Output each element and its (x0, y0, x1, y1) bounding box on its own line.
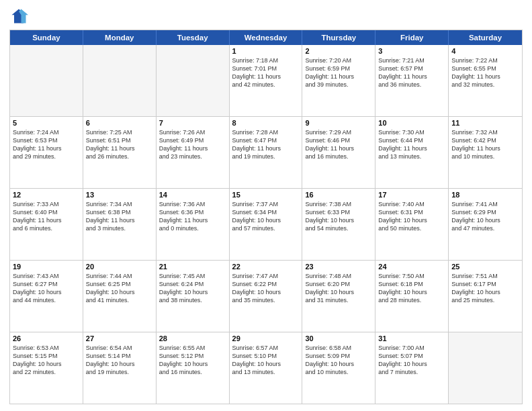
calendar-cell: 25Sunrise: 7:51 AM Sunset: 6:17 PM Dayli… (449, 261, 522, 332)
calendar-cell: 31Sunrise: 7:00 AM Sunset: 5:07 PM Dayli… (375, 332, 449, 404)
cell-info: Sunrise: 7:26 AM Sunset: 6:49 PM Dayligh… (159, 128, 226, 161)
cell-info: Sunrise: 7:28 AM Sunset: 6:47 PM Dayligh… (232, 128, 300, 161)
calendar-cell: 20Sunrise: 7:44 AM Sunset: 6:25 PM Dayli… (83, 261, 157, 332)
calendar-cell: 12Sunrise: 7:33 AM Sunset: 6:40 PM Dayli… (10, 189, 83, 260)
calendar-cell: 6Sunrise: 7:25 AM Sunset: 6:51 PM Daylig… (83, 117, 157, 188)
day-number: 9 (305, 119, 372, 127)
day-number: 14 (159, 191, 226, 199)
calendar-week-row: 26Sunrise: 6:53 AM Sunset: 5:15 PM Dayli… (10, 332, 522, 404)
day-number: 25 (451, 263, 519, 271)
calendar-cell: 17Sunrise: 7:40 AM Sunset: 6:31 PM Dayli… (375, 189, 449, 260)
cell-info: Sunrise: 7:40 AM Sunset: 6:31 PM Dayligh… (378, 200, 445, 233)
day-number: 10 (378, 119, 445, 127)
cell-info: Sunrise: 7:33 AM Sunset: 6:40 PM Dayligh… (13, 200, 80, 233)
calendar-cell: 1Sunrise: 7:18 AM Sunset: 7:01 PM Daylig… (230, 45, 303, 116)
calendar-cell: 29Sunrise: 6:57 AM Sunset: 5:10 PM Dayli… (230, 332, 303, 404)
day-number: 7 (159, 119, 226, 127)
day-number: 16 (305, 191, 372, 199)
calendar-body: 1Sunrise: 7:18 AM Sunset: 7:01 PM Daylig… (10, 45, 522, 404)
calendar-cell: 26Sunrise: 6:53 AM Sunset: 5:15 PM Dayli… (10, 332, 83, 404)
calendar-header-row: SundayMondayTuesdayWednesdayThursdayFrid… (10, 30, 522, 45)
day-number: 17 (378, 191, 445, 199)
day-number: 2 (305, 47, 372, 55)
day-number: 28 (159, 334, 226, 342)
calendar-cell: 21Sunrise: 7:45 AM Sunset: 6:24 PM Dayli… (157, 261, 230, 332)
cell-info: Sunrise: 7:34 AM Sunset: 6:38 PM Dayligh… (86, 200, 153, 233)
cell-info: Sunrise: 7:20 AM Sunset: 6:59 PM Dayligh… (305, 56, 372, 89)
cell-info: Sunrise: 7:32 AM Sunset: 6:42 PM Dayligh… (451, 128, 519, 161)
day-number: 11 (451, 119, 519, 127)
cell-info: Sunrise: 7:30 AM Sunset: 6:44 PM Dayligh… (378, 128, 445, 161)
cell-info: Sunrise: 7:36 AM Sunset: 6:36 PM Dayligh… (159, 200, 226, 233)
cell-info: Sunrise: 7:21 AM Sunset: 6:57 PM Dayligh… (378, 56, 445, 89)
cell-info: Sunrise: 7:29 AM Sunset: 6:46 PM Dayligh… (305, 128, 372, 161)
day-number: 12 (13, 191, 80, 199)
day-number: 26 (13, 334, 80, 342)
cell-info: Sunrise: 7:50 AM Sunset: 6:18 PM Dayligh… (378, 272, 445, 305)
day-number: 13 (86, 191, 153, 199)
cell-info: Sunrise: 7:37 AM Sunset: 6:34 PM Dayligh… (232, 200, 300, 233)
day-number: 20 (86, 263, 153, 271)
cell-info: Sunrise: 7:48 AM Sunset: 6:20 PM Dayligh… (305, 272, 372, 305)
calendar-cell: 18Sunrise: 7:41 AM Sunset: 6:29 PM Dayli… (449, 189, 522, 260)
calendar-week-row: 5Sunrise: 7:24 AM Sunset: 6:53 PM Daylig… (10, 116, 522, 188)
calendar-cell: 3Sunrise: 7:21 AM Sunset: 6:57 PM Daylig… (375, 45, 449, 116)
cell-info: Sunrise: 6:55 AM Sunset: 5:12 PM Dayligh… (159, 344, 226, 377)
day-number: 6 (86, 119, 153, 127)
day-number: 27 (86, 334, 153, 342)
calendar-cell: 22Sunrise: 7:47 AM Sunset: 6:22 PM Dayli… (230, 261, 303, 332)
calendar-cell: 27Sunrise: 6:54 AM Sunset: 5:14 PM Dayli… (83, 332, 157, 404)
cell-info: Sunrise: 6:54 AM Sunset: 5:14 PM Dayligh… (86, 344, 153, 377)
weekday-header: Thursday (302, 30, 375, 45)
day-number: 1 (232, 47, 300, 55)
cell-info: Sunrise: 7:18 AM Sunset: 7:01 PM Dayligh… (232, 56, 300, 89)
day-number: 23 (305, 263, 372, 271)
weekday-header: Tuesday (157, 30, 230, 45)
weekday-header: Friday (375, 30, 449, 45)
calendar-cell: 2Sunrise: 7:20 AM Sunset: 6:59 PM Daylig… (302, 45, 375, 116)
calendar-cell: 9Sunrise: 7:29 AM Sunset: 6:46 PM Daylig… (302, 117, 375, 188)
calendar-cell: 5Sunrise: 7:24 AM Sunset: 6:53 PM Daylig… (10, 117, 83, 188)
cell-info: Sunrise: 7:47 AM Sunset: 6:22 PM Dayligh… (232, 272, 300, 305)
calendar-cell (449, 332, 522, 404)
cell-info: Sunrise: 7:41 AM Sunset: 6:29 PM Dayligh… (451, 200, 519, 233)
cell-info: Sunrise: 6:57 AM Sunset: 5:10 PM Dayligh… (232, 344, 300, 377)
calendar-cell: 28Sunrise: 6:55 AM Sunset: 5:12 PM Dayli… (157, 332, 230, 404)
calendar-cell: 8Sunrise: 7:28 AM Sunset: 6:47 PM Daylig… (230, 117, 303, 188)
calendar-cell: 14Sunrise: 7:36 AM Sunset: 6:36 PM Dayli… (157, 189, 230, 260)
calendar-cell: 10Sunrise: 7:30 AM Sunset: 6:44 PM Dayli… (375, 117, 449, 188)
weekday-header: Saturday (449, 30, 522, 45)
calendar-week-row: 19Sunrise: 7:43 AM Sunset: 6:27 PM Dayli… (10, 260, 522, 332)
cell-info: Sunrise: 7:44 AM Sunset: 6:25 PM Dayligh… (86, 272, 153, 305)
cell-info: Sunrise: 6:53 AM Sunset: 5:15 PM Dayligh… (13, 344, 80, 377)
calendar-cell (83, 45, 157, 116)
day-number: 30 (305, 334, 372, 342)
cell-info: Sunrise: 7:43 AM Sunset: 6:27 PM Dayligh… (13, 272, 80, 305)
cell-info: Sunrise: 7:00 AM Sunset: 5:07 PM Dayligh… (378, 344, 445, 377)
weekday-header: Monday (83, 30, 157, 45)
weekday-header: Wednesday (230, 30, 303, 45)
calendar-cell: 23Sunrise: 7:48 AM Sunset: 6:20 PM Dayli… (302, 261, 375, 332)
day-number: 19 (13, 263, 80, 271)
calendar-cell: 24Sunrise: 7:50 AM Sunset: 6:18 PM Dayli… (375, 261, 449, 332)
day-number: 15 (232, 191, 300, 199)
day-number: 18 (451, 191, 519, 199)
calendar-cell: 19Sunrise: 7:43 AM Sunset: 6:27 PM Dayli… (10, 261, 83, 332)
calendar-cell: 13Sunrise: 7:34 AM Sunset: 6:38 PM Dayli… (83, 189, 157, 260)
calendar-week-row: 12Sunrise: 7:33 AM Sunset: 6:40 PM Dayli… (10, 188, 522, 260)
day-number: 4 (451, 47, 519, 55)
day-number: 31 (378, 334, 445, 342)
cell-info: Sunrise: 7:45 AM Sunset: 6:24 PM Dayligh… (159, 272, 226, 305)
page: SundayMondayTuesdayWednesdayThursdayFrid… (0, 0, 532, 411)
calendar-cell: 7Sunrise: 7:26 AM Sunset: 6:49 PM Daylig… (157, 117, 230, 188)
day-number: 5 (13, 119, 80, 127)
day-number: 21 (159, 263, 226, 271)
cell-info: Sunrise: 7:24 AM Sunset: 6:53 PM Dayligh… (13, 128, 80, 161)
calendar-cell (157, 45, 230, 116)
day-number: 3 (378, 47, 445, 55)
calendar-cell (10, 45, 83, 116)
day-number: 8 (232, 119, 300, 127)
calendar-cell: 30Sunrise: 6:58 AM Sunset: 5:09 PM Dayli… (302, 332, 375, 404)
day-number: 22 (232, 263, 300, 271)
calendar: SundayMondayTuesdayWednesdayThursdayFrid… (9, 30, 523, 404)
